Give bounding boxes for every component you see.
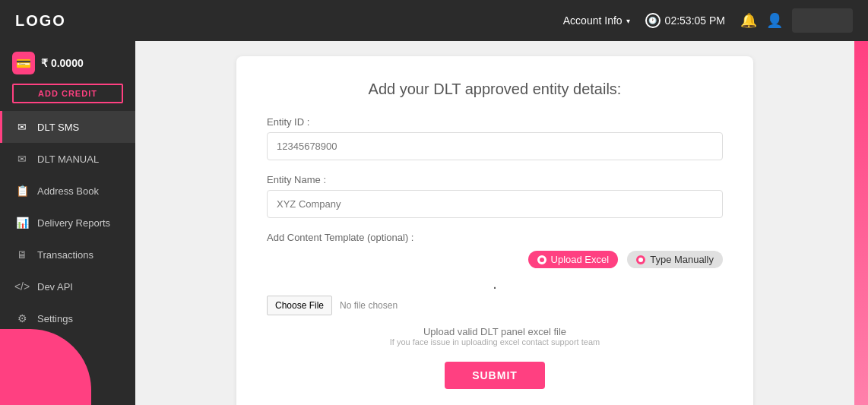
file-upload-row: Choose File No file chosen [267, 296, 723, 315]
sidebar-item-dlt-sms[interactable]: ✉ DLT SMS [0, 111, 135, 143]
type-manually-radio[interactable]: Type Manually [627, 251, 723, 268]
dot-indicator: · [267, 279, 723, 294]
entity-name-group: Entity Name : [267, 174, 723, 218]
sidebar-item-dev-api[interactable]: </> Dev API [0, 271, 135, 302]
template-group: Add Content Template (optional) : Upload… [267, 232, 723, 346]
sidebar-label-settings: Settings [37, 313, 73, 324]
form-card: Add your DLT approved entity details: En… [236, 56, 753, 405]
header: LOGO Account Info ▾ 🕐 02:53:05 PM 🔔 👤 [0, 0, 868, 41]
clock-icon: 🕐 [645, 13, 661, 28]
upload-excel-radio[interactable]: Upload Excel [528, 251, 619, 268]
notification-btn[interactable]: 🔔 [740, 12, 757, 29]
upload-excel-radio-dot-inner [540, 258, 544, 262]
sidebar: 💳 ₹ 0.0000 ADD CREDIT ✉ DLT SMS ✉ DLT MA… [0, 41, 135, 405]
entity-name-input[interactable] [267, 190, 723, 218]
entity-id-group: Entity ID : [267, 116, 723, 160]
upload-info: Upload valid DLT panel excel file If you… [267, 326, 723, 346]
address-book-icon: 📋 [14, 183, 30, 198]
header-time: 🕐 02:53:05 PM [645, 13, 725, 28]
sidebar-label-dlt-manual: DLT MANUAL [37, 153, 99, 165]
submit-row: SUBMIT [267, 362, 723, 389]
account-info-btn[interactable]: Account Info ▾ [563, 14, 630, 27]
sidebar-label-dlt-sms: DLT SMS [37, 122, 79, 133]
account-info-label: Account Info [563, 14, 622, 27]
wallet-icon: 💳 [12, 52, 35, 74]
account-chevron-icon: ▾ [626, 17, 630, 25]
type-manually-label: Type Manually [650, 254, 714, 265]
form-title: Add your DLT approved entity details: [267, 81, 723, 98]
sidebar-item-transactions[interactable]: 🖥 Transactions [0, 239, 135, 271]
entity-name-label: Entity Name : [267, 174, 723, 185]
delivery-reports-icon: 📊 [14, 215, 30, 230]
add-credit-button[interactable]: ADD CREDIT [12, 84, 123, 103]
sidebar-label-transactions: Transactions [37, 249, 93, 261]
dlt-manual-icon: ✉ [14, 151, 30, 166]
entity-id-input[interactable] [267, 132, 723, 160]
upload-excel-radio-dot [537, 255, 546, 264]
no-file-text: No file chosen [340, 300, 398, 311]
right-accent [854, 41, 868, 405]
entity-id-label: Entity ID : [267, 116, 723, 128]
transactions-icon: 🖥 [14, 247, 30, 262]
wallet-section: 💳 ₹ 0.0000 [0, 41, 135, 79]
upload-info-main: Upload valid DLT panel excel file [267, 326, 723, 337]
type-manually-radio-dot [636, 255, 645, 264]
sidebar-item-dlt-manual[interactable]: ✉ DLT MANUAL [0, 143, 135, 175]
dlt-sms-icon: ✉ [14, 119, 30, 134]
choose-file-button[interactable]: Choose File [267, 296, 332, 315]
layout: 💳 ₹ 0.0000 ADD CREDIT ✉ DLT SMS ✉ DLT MA… [0, 41, 868, 405]
sidebar-label-delivery-reports: Delivery Reports [37, 217, 110, 229]
radio-group: Upload Excel Type Manually [267, 251, 723, 268]
sidebar-label-dev-api: Dev API [37, 281, 73, 293]
header-icons: 🔔 👤 [740, 8, 853, 33]
wallet-amount: ₹ 0.0000 [41, 57, 84, 69]
user-btn[interactable]: 👤 [766, 12, 783, 29]
template-label: Add Content Template (optional) : [267, 232, 723, 243]
sidebar-item-delivery-reports[interactable]: 📊 Delivery Reports [0, 207, 135, 239]
upload-excel-label: Upload Excel [551, 254, 610, 265]
time-display: 02:53:05 PM [665, 14, 725, 27]
dev-api-icon: </> [14, 279, 30, 294]
sidebar-item-address-book[interactable]: 📋 Address Book [0, 175, 135, 207]
upload-info-sub: If you face issue in uploading excel con… [267, 337, 723, 346]
main-content: Add your DLT approved entity details: En… [135, 41, 854, 405]
header-dark-button[interactable] [792, 8, 853, 33]
logo: LOGO [15, 12, 66, 30]
type-manually-radio-dot-inner [638, 258, 643, 262]
settings-icon: ⚙ [14, 311, 30, 326]
sidebar-label-address-book: Address Book [37, 185, 99, 197]
submit-button[interactable]: SUBMIT [445, 362, 545, 389]
